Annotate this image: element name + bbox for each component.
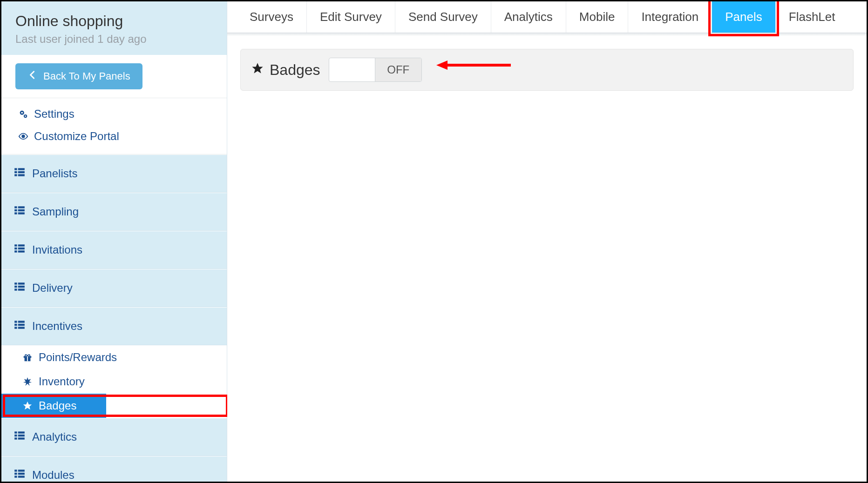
star-icon: [251, 61, 264, 79]
settings-label: Settings: [34, 107, 75, 121]
tab-label: Surveys: [250, 10, 293, 24]
tab-edit-survey[interactable]: Edit Survey: [307, 1, 395, 33]
sidebar-sub-badges-highlight: Badges: [1, 394, 227, 418]
gift-icon: [22, 352, 33, 362]
svg-rect-30: [18, 321, 25, 322]
tab-panels[interactable]: Panels: [712, 1, 776, 33]
tab-label: Send Survey: [408, 10, 478, 24]
sidebar: Online shopping Last user joined 1 day a…: [1, 1, 227, 482]
svg-rect-13: [14, 209, 17, 211]
svg-rect-45: [18, 437, 25, 439]
sidebar-group-modules[interactable]: Modules: [1, 456, 227, 483]
svg-rect-15: [14, 212, 17, 214]
svg-rect-33: [14, 327, 17, 329]
svg-rect-29: [14, 321, 17, 322]
svg-rect-8: [18, 171, 25, 173]
back-to-panels-button[interactable]: Back To My Panels: [15, 63, 142, 89]
sidebar-sub-points-rewards[interactable]: Points/Rewards: [1, 345, 227, 369]
tab-analytics[interactable]: Analytics: [491, 1, 566, 33]
content-area: Badges OFF: [227, 36, 867, 104]
tab-mobile[interactable]: Mobile: [566, 1, 629, 33]
sidebar-group-incentives[interactable]: Incentives: [1, 307, 227, 345]
svg-rect-10: [18, 174, 25, 176]
group-label: Invitations: [32, 243, 82, 256]
list-icon: [14, 429, 26, 444]
sidebar-item-settings[interactable]: Settings: [1, 103, 227, 125]
panel-name: Online shopping: [15, 13, 213, 30]
svg-rect-20: [18, 248, 25, 249]
svg-rect-44: [14, 437, 17, 439]
top-tabs: Surveys Edit Survey Send Survey Analytic…: [227, 1, 867, 33]
sidebar-group-invitations[interactable]: Invitations: [1, 231, 227, 269]
sidebar-sub-badges[interactable]: Badges: [1, 394, 106, 418]
svg-rect-23: [14, 282, 17, 284]
list-icon: [14, 281, 26, 295]
back-button-label: Back To My Panels: [43, 70, 130, 82]
svg-rect-19: [14, 248, 17, 249]
svg-marker-38: [23, 377, 32, 386]
tab-integration[interactable]: Integration: [628, 1, 712, 33]
svg-rect-50: [14, 476, 17, 477]
sidebar-group-analytics[interactable]: Analytics: [1, 418, 227, 456]
badges-toggle[interactable]: OFF: [329, 58, 422, 82]
svg-marker-52: [252, 63, 263, 73]
svg-rect-22: [18, 250, 25, 252]
panel-subtitle: Last user joined 1 day ago: [15, 33, 213, 46]
svg-marker-39: [23, 402, 32, 409]
group-label: Delivery: [32, 282, 73, 295]
group-label: Panelists: [32, 167, 77, 180]
svg-rect-46: [14, 470, 17, 471]
sidebar-group-delivery[interactable]: Delivery: [1, 269, 227, 307]
badges-title-text: Badges: [270, 61, 320, 79]
sidebar-sub-inventory[interactable]: Inventory: [1, 369, 227, 394]
sub-label: Points/Rewards: [39, 351, 117, 364]
svg-point-1: [21, 112, 23, 114]
svg-rect-14: [18, 209, 25, 211]
tab-label: Panels: [725, 10, 762, 24]
svg-rect-5: [14, 168, 17, 170]
incentives-subnav: Points/Rewards Inventory Badges: [1, 345, 227, 418]
annotation-arrow-icon: [436, 56, 515, 74]
toggle-on-half: [329, 58, 375, 81]
badges-panel-bar: Badges OFF: [240, 49, 854, 91]
list-icon: [14, 468, 26, 483]
list-icon: [14, 166, 26, 181]
sub-label: Badges: [39, 399, 76, 412]
tab-label: Mobile: [579, 10, 615, 24]
svg-rect-26: [18, 286, 25, 288]
tab-label: Edit Survey: [320, 10, 382, 24]
group-label: Incentives: [32, 320, 82, 333]
svg-rect-12: [18, 206, 25, 208]
tab-flashlet[interactable]: FlashLet: [776, 1, 848, 33]
main: Surveys Edit Survey Send Survey Analytic…: [227, 1, 867, 482]
svg-rect-40: [14, 431, 17, 433]
svg-rect-24: [18, 282, 25, 284]
sidebar-group-panelists[interactable]: Panelists: [1, 154, 227, 193]
gears-icon: [17, 109, 29, 119]
chevron-left-icon: [27, 70, 38, 83]
tab-surveys[interactable]: Surveys: [237, 1, 307, 33]
svg-marker-54: [436, 60, 448, 70]
tab-send-survey[interactable]: Send Survey: [395, 1, 491, 33]
svg-rect-49: [18, 473, 25, 475]
svg-rect-27: [14, 288, 17, 290]
settings-block: Settings Customize Portal: [1, 98, 227, 154]
tab-label: Analytics: [504, 10, 553, 24]
eye-icon: [17, 131, 29, 141]
list-icon: [14, 242, 26, 257]
list-icon: [14, 319, 26, 334]
svg-rect-6: [18, 168, 25, 170]
sidebar-item-customize-portal[interactable]: Customize Portal: [1, 125, 227, 148]
app-frame: Online shopping Last user joined 1 day a…: [0, 0, 868, 483]
svg-rect-48: [14, 473, 17, 475]
svg-rect-42: [14, 435, 17, 436]
svg-rect-11: [14, 206, 17, 208]
svg-rect-43: [18, 435, 25, 436]
list-icon: [14, 204, 26, 219]
sidebar-group-sampling[interactable]: Sampling: [1, 193, 227, 231]
svg-rect-41: [18, 431, 25, 433]
svg-rect-28: [18, 288, 25, 290]
svg-rect-34: [18, 327, 25, 329]
svg-rect-21: [14, 250, 17, 252]
svg-rect-17: [14, 244, 17, 246]
